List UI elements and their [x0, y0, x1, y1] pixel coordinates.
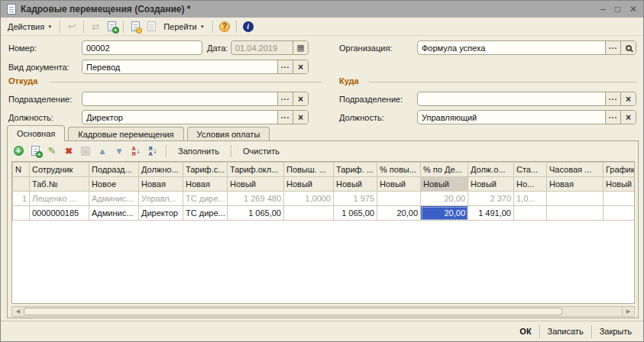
tab-kadrovye-peremeshcheniya[interactable]: Кадровые перемещения	[68, 127, 183, 141]
grid-header-cell[interactable]: Новая	[183, 177, 228, 192]
grid-cell[interactable]: 1 975	[334, 192, 377, 206]
grid-cell[interactable]	[514, 206, 547, 221]
finish-edit-button[interactable]	[79, 145, 92, 157]
tab-usloviya-oplaty[interactable]: Условия оплаты	[187, 127, 270, 141]
grid-cell[interactable]	[604, 192, 635, 206]
actions-menu-button[interactable]: Действия ▼	[5, 21, 55, 33]
to-position-clear-button[interactable]: ×	[620, 111, 636, 124]
from-position-select-button[interactable]: ...	[277, 111, 293, 124]
doc-type-input[interactable]	[83, 60, 277, 73]
fill-button[interactable]: Заполнить	[173, 146, 224, 156]
grid-header-cell[interactable]: Новый	[284, 177, 334, 192]
grid-cell[interactable]: Лещенко ...	[30, 192, 89, 206]
to-position-input[interactable]	[418, 111, 605, 124]
grid-header-cell[interactable]: Новое	[89, 177, 139, 192]
close-button[interactable]: ✕	[629, 5, 637, 14]
grid-cell[interactable]: 1	[13, 192, 30, 206]
grid-cell[interactable]: 20,00	[377, 206, 421, 221]
grid-header-cell[interactable]: Тариф. ...	[334, 163, 377, 177]
selected-cell[interactable]: 20,00	[421, 206, 468, 221]
grid-cell[interactable]: 1,0...	[514, 192, 547, 206]
grid-header-cell[interactable]: Новый	[604, 177, 635, 192]
number-input[interactable]	[83, 41, 202, 54]
grid-cell[interactable]: 1 491,00	[468, 206, 514, 221]
save-button[interactable]: Записать	[540, 327, 591, 336]
to-department-select-button[interactable]: ...	[605, 92, 620, 105]
minimize-button[interactable]: –	[600, 5, 606, 14]
date-calendar-button[interactable]: ▦	[293, 41, 308, 54]
move-down-button[interactable]: ▼	[113, 145, 125, 157]
grid-header-cell[interactable]: Новая	[547, 177, 604, 192]
grid-cell[interactable]: ТС дире...	[183, 192, 228, 206]
grid-header-cell[interactable]: % повы...	[377, 163, 421, 177]
copy-document-button[interactable]: +	[105, 20, 118, 34]
organization-select-button[interactable]: ...	[605, 41, 620, 54]
grid-header-cell[interactable]: Новый	[228, 177, 284, 192]
grid-header-cell[interactable]: Часовая ...	[547, 163, 604, 177]
from-department-input[interactable]	[83, 92, 277, 105]
grid-cell[interactable]	[604, 206, 635, 221]
grid-header-cell[interactable]: Но...	[514, 177, 547, 192]
grid-cell[interactable]: 1,0000	[284, 192, 334, 206]
tab-osnovnaya[interactable]: Основная	[7, 125, 65, 141]
reread-button[interactable]: ↩	[65, 20, 79, 34]
grid-header-cell[interactable]: Подразд...	[89, 163, 139, 177]
grid-cell[interactable]	[377, 192, 421, 206]
move-up-button[interactable]: ▲	[96, 145, 108, 157]
scroll-right-button[interactable]: ▶	[623, 307, 634, 316]
grid-cell[interactable]: 1 065,00	[228, 206, 284, 221]
scroll-track[interactable]	[562, 307, 622, 316]
info-button[interactable]: i	[241, 20, 255, 34]
close-window-button[interactable]: Закрыть	[592, 327, 639, 336]
grid-header-cell[interactable]: Новый	[377, 177, 421, 192]
unpost-document-button[interactable]	[144, 20, 158, 34]
post-document-button[interactable]	[128, 20, 142, 34]
organization-input[interactable]	[418, 41, 605, 54]
grid-header-cell[interactable]: Сотрудник	[30, 163, 89, 177]
clear-button[interactable]: Очистить	[238, 146, 284, 156]
grid-header-cell[interactable]: Новая	[139, 177, 183, 192]
refresh-button[interactable]: ⇄	[89, 20, 102, 34]
grid-cell[interactable]	[547, 192, 604, 206]
to-position-select-button[interactable]: ...	[605, 111, 620, 124]
grid-cell[interactable]	[547, 206, 604, 221]
grid-cell[interactable]: 2 370	[468, 192, 514, 206]
edit-row-button[interactable]: ✎	[46, 145, 58, 157]
to-department-clear-button[interactable]: ×	[620, 92, 636, 105]
grid-header-cell[interactable]: Долж.о...	[468, 163, 514, 177]
grid-header-cell[interactable]: Должно...	[139, 163, 183, 177]
sort-desc-button[interactable]: Я А ↓	[147, 145, 159, 157]
grid-header-cell[interactable]: Новый	[334, 177, 377, 192]
grid-header-cell[interactable]: Тариф.окл...	[228, 163, 284, 177]
doc-type-clear-button[interactable]: ×	[293, 60, 308, 73]
add-row-button[interactable]: +	[12, 145, 24, 157]
goto-menu-button[interactable]: Перейти ▼	[160, 21, 208, 33]
grid-cell[interactable]: Админис...	[89, 192, 139, 206]
scroll-thumb[interactable]	[24, 308, 562, 315]
grid-header-cell[interactable]	[13, 177, 30, 192]
from-department-select-button[interactable]: ...	[277, 92, 293, 105]
from-position-input[interactable]	[83, 111, 277, 124]
grid-header-cell[interactable]: Тариф.с...	[183, 163, 228, 177]
to-department-input[interactable]	[418, 92, 605, 105]
grid-header-cell[interactable]: Новый	[468, 177, 514, 192]
grid-cell[interactable]: 1 269 480	[228, 192, 284, 206]
grid-header-cell[interactable]: График	[604, 163, 635, 177]
doc-type-select-button[interactable]: ...	[277, 60, 293, 73]
grid-cell[interactable]: Директор	[139, 206, 183, 221]
grid-cell[interactable]: 0000000185	[30, 206, 89, 221]
grid-cell[interactable]: 20,00	[421, 192, 468, 206]
grid-header-cell[interactable]: Ста...	[514, 163, 547, 177]
grid-cell[interactable]: Админис...	[89, 206, 139, 221]
grid-cell[interactable]: Управл...	[139, 192, 183, 206]
grid-cell[interactable]: 1 065,00	[334, 206, 377, 221]
organization-search-button[interactable]	[620, 41, 636, 54]
grid-cell[interactable]	[284, 206, 334, 221]
grid-header-cell[interactable]: Таб.№	[30, 177, 89, 192]
grid-header-cell[interactable]: N	[13, 163, 30, 177]
help-button[interactable]: ?	[218, 20, 231, 34]
scroll-left-button[interactable]: ◀	[12, 307, 24, 316]
grid-header-cell[interactable]: % по Де...	[421, 163, 468, 177]
grid-cell[interactable]	[13, 206, 30, 221]
grid-header-cell[interactable]: Повыш. ...	[284, 163, 334, 177]
